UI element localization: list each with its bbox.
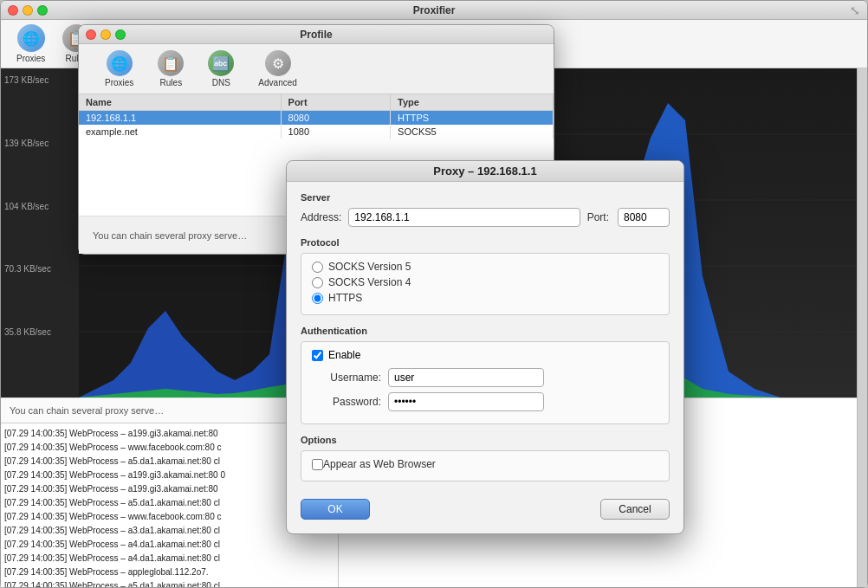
window-controls bbox=[8, 5, 48, 16]
socks4-label: SOCKS Version 4 bbox=[328, 276, 411, 288]
log-entry: [07.29 14:00:35] WebProcess – a4.da1.aka… bbox=[4, 538, 334, 552]
profile-toolbar: 🌐 Proxies 📋 Rules 🔤 DNS ⚙ Advanced bbox=[79, 44, 554, 94]
bw-label-5: 35.8 KB/sec bbox=[4, 327, 75, 337]
profile-rules-label: Rules bbox=[160, 78, 183, 87]
log-entry: [07.29 14:00:35] WebProcess – applegloba… bbox=[4, 565, 334, 579]
log-entry: [07.29 14:00:35] WebProcess – a199.gi3.a… bbox=[4, 482, 334, 496]
log-entry: [07.29 14:00:35] WebProcess – a4.da1.aka… bbox=[4, 552, 334, 565]
col-type: Type bbox=[391, 94, 554, 111]
profile-window-controls bbox=[86, 29, 126, 40]
row-type: HTTPS bbox=[391, 111, 554, 126]
profile-rules-icon: 📋 bbox=[158, 50, 184, 76]
port-label: Port: bbox=[587, 211, 609, 223]
close-button[interactable] bbox=[8, 5, 18, 16]
col-name: Name bbox=[79, 94, 281, 111]
profile-max-button[interactable] bbox=[115, 29, 126, 40]
maximize-button[interactable] bbox=[37, 5, 48, 16]
log-entry: [07.29 14:00:35] WebProcess – www.facebo… bbox=[4, 441, 334, 455]
table-row[interactable]: 192.168.1.1 8080 HTTPS bbox=[79, 111, 554, 126]
row-type: SOCKS5 bbox=[391, 125, 554, 139]
proxy-edit-dialog: Proxy – 192.168.1.1 Server Address: Port… bbox=[286, 160, 684, 534]
proxies-icon: 🌐 bbox=[17, 24, 45, 52]
profile-tb-rules[interactable]: 📋 Rules bbox=[146, 47, 196, 91]
minimize-button[interactable] bbox=[23, 5, 33, 16]
password-row: Password: bbox=[312, 392, 658, 411]
scrollbar[interactable] bbox=[857, 68, 867, 587]
row-name: example.net bbox=[79, 125, 281, 139]
bw-label-2: 139 KB/sec bbox=[4, 139, 75, 148]
profile-tb-advanced[interactable]: ⚙ Advanced bbox=[246, 47, 308, 91]
appear-browser-checkbox[interactable] bbox=[312, 459, 323, 470]
resize-icon: ⤡ bbox=[850, 3, 860, 17]
main-title: Proxifier bbox=[413, 4, 456, 16]
address-label: Address: bbox=[301, 211, 341, 223]
address-input[interactable] bbox=[348, 208, 580, 227]
auth-section: Enable Username: Password: bbox=[301, 341, 670, 424]
ok-button[interactable]: OK bbox=[301, 499, 370, 520]
bw-labels: 173 KB/sec 139 KB/sec 104 KB/sec 70.3 KB… bbox=[1, 68, 79, 397]
table-row[interactable]: example.net 1080 SOCKS5 bbox=[79, 125, 554, 139]
cancel-button[interactable]: Cancel bbox=[600, 499, 670, 520]
profile-dns-icon: 🔤 bbox=[208, 50, 234, 76]
proxy-table-body: 192.168.1.1 8080 HTTPS example.net 1080 … bbox=[79, 111, 554, 139]
username-label: Username: bbox=[312, 372, 381, 384]
profile-advanced-icon: ⚙ bbox=[265, 50, 291, 76]
radio-https: HTTPS bbox=[312, 292, 658, 304]
log-entry: [07.29 14:00:35] WebProcess – a3.da1.aka… bbox=[4, 524, 334, 538]
log-entry: [07.29 14:00:35] WebProcess – www.facebo… bbox=[4, 510, 334, 524]
auth-section-label: Authentication bbox=[301, 326, 670, 336]
bw-label-4: 70.3 KB/sec bbox=[4, 264, 75, 274]
toolbar-proxies[interactable]: 🌐 Proxies bbox=[8, 21, 54, 67]
password-input[interactable] bbox=[388, 392, 544, 411]
bw-label-3: 104 KB/sec bbox=[4, 202, 75, 211]
profile-proxies-label: Proxies bbox=[105, 78, 133, 87]
proxies-label: Proxies bbox=[16, 54, 45, 63]
log-entry: [07.29 14:00:35] WebProcess – a5.da1.aka… bbox=[4, 579, 334, 587]
radio-socks5: SOCKS Version 5 bbox=[312, 261, 658, 273]
log-entry: [07.29 14:00:35] WebProcess – a199.gi3.a… bbox=[4, 468, 334, 482]
log-entry: [07.29 14:00:35] WebProcess – a5.da1.aka… bbox=[4, 496, 334, 510]
profile-tb-dns[interactable]: 🔤 DNS bbox=[196, 47, 246, 91]
socks5-label: SOCKS Version 5 bbox=[328, 261, 411, 273]
row-port: 8080 bbox=[281, 111, 390, 126]
username-row: Username: bbox=[312, 368, 658, 387]
row-port: 1080 bbox=[281, 125, 390, 139]
col-port: Port bbox=[281, 94, 390, 111]
row-name: 192.168.1.1 bbox=[79, 111, 281, 126]
protocol-section-label: Protocol bbox=[301, 237, 670, 248]
profile-tb-proxies[interactable]: 🌐 Proxies bbox=[93, 47, 146, 91]
profile-dialog-title: Profile bbox=[300, 29, 332, 41]
auth-enable-label: Enable bbox=[328, 349, 360, 361]
server-row: Address: Port: bbox=[287, 208, 683, 227]
https-label: HTTPS bbox=[328, 292, 362, 304]
log-entry: [07.29 14:00:35] WebProcess – a199.gi3.a… bbox=[4, 427, 334, 441]
main-title-bar: Proxifier ⤡ bbox=[1, 1, 867, 20]
radio-socks4: SOCKS Version 4 bbox=[312, 276, 658, 288]
bw-label-1: 173 KB/sec bbox=[4, 75, 75, 85]
profile-min-button[interactable] bbox=[100, 29, 111, 40]
protocol-box: SOCKS Version 5 SOCKS Version 4 HTTPS bbox=[301, 253, 670, 315]
appear-as-browser-row: Appear as Web Browser bbox=[312, 458, 658, 470]
log-entry: [07.29 14:00:35] WebProcess – a5.da1.aka… bbox=[4, 455, 334, 468]
options-section: Appear as Web Browser bbox=[301, 450, 670, 481]
profile-advanced-label: Advanced bbox=[258, 78, 296, 87]
https-radio[interactable] bbox=[312, 293, 323, 304]
proxy-table-header: Name Port Type bbox=[79, 94, 554, 111]
profile-dialog-title-bar: Profile bbox=[79, 25, 554, 44]
appear-browser-label: Appear as Web Browser bbox=[323, 458, 436, 470]
auth-enable-checkbox[interactable] bbox=[312, 350, 323, 361]
profile-proxies-icon: 🌐 bbox=[107, 50, 133, 76]
proxy-table: Name Port Type 192.168.1.1 8080 HTTPS ex… bbox=[79, 94, 554, 139]
auth-enable-row: Enable bbox=[312, 349, 658, 361]
profile-dns-label: DNS bbox=[212, 78, 230, 87]
proxy-dialog-title: Proxy – 192.168.1.1 bbox=[287, 161, 683, 182]
server-section-label: Server bbox=[301, 192, 670, 203]
port-input[interactable] bbox=[618, 208, 670, 227]
password-label: Password: bbox=[312, 396, 381, 408]
options-section-label: Options bbox=[301, 435, 670, 445]
dialog-buttons: OK Cancel bbox=[287, 488, 683, 520]
username-input[interactable] bbox=[388, 368, 544, 387]
socks5-radio[interactable] bbox=[312, 262, 323, 273]
profile-close-button[interactable] bbox=[86, 29, 96, 40]
socks4-radio[interactable] bbox=[312, 277, 323, 288]
